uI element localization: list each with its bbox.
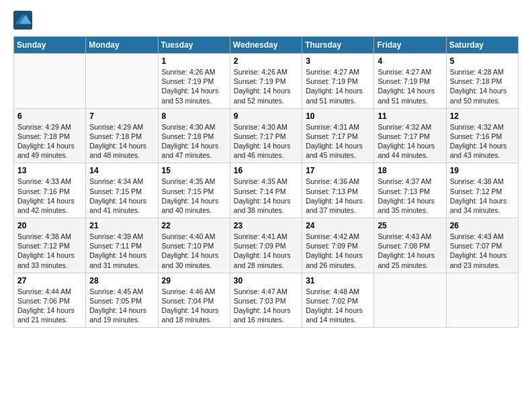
day-number: 24 [306,221,370,230]
day-info: Sunrise: 4:29 AMSunset: 7:18 PMDaylight:… [17,122,82,161]
day-number: 22 [162,221,226,230]
day-number: 20 [17,221,82,230]
day-number: 7 [89,111,154,121]
day-header-friday: Friday [374,37,446,54]
day-number: 2 [234,56,298,66]
calendar-cell: 27Sunrise: 4:44 AMSunset: 7:06 PMDayligh… [14,273,86,328]
day-number: 13 [17,166,82,175]
day-info: Sunrise: 4:38 AMSunset: 7:12 PMDaylight:… [17,232,82,270]
calendar-cell: 8Sunrise: 4:30 AMSunset: 7:18 PMDaylight… [158,108,230,163]
day-info: Sunrise: 4:39 AMSunset: 7:11 PMDaylight:… [89,232,154,270]
day-number: 3 [306,56,370,66]
day-info: Sunrise: 4:34 AMSunset: 7:15 PMDaylight:… [89,177,154,215]
day-number: 27 [17,276,82,285]
day-header-sunday: Sunday [14,37,86,54]
week-row-3: 13Sunrise: 4:33 AMSunset: 7:16 PMDayligh… [14,163,519,218]
day-number: 30 [234,276,298,285]
calendar-cell: 22Sunrise: 4:40 AMSunset: 7:10 PMDayligh… [158,218,230,273]
calendar-cell: 23Sunrise: 4:41 AMSunset: 7:09 PMDayligh… [230,218,302,273]
day-info: Sunrise: 4:35 AMSunset: 7:15 PMDaylight:… [162,177,226,215]
calendar-cell: 21Sunrise: 4:39 AMSunset: 7:11 PMDayligh… [86,218,158,273]
day-info: Sunrise: 4:43 AMSunset: 7:08 PMDaylight:… [378,232,442,270]
day-info: Sunrise: 4:35 AMSunset: 7:14 PMDaylight:… [234,177,298,215]
day-number: 18 [378,166,442,175]
logo [13,11,35,30]
day-info: Sunrise: 4:28 AMSunset: 7:18 PMDaylight:… [450,67,515,105]
day-info: Sunrise: 4:36 AMSunset: 7:13 PMDaylight:… [306,177,370,215]
calendar-cell: 30Sunrise: 4:47 AMSunset: 7:03 PMDayligh… [230,273,302,328]
calendar-cell: 1Sunrise: 4:26 AMSunset: 7:19 PMDaylight… [158,54,230,109]
day-number: 28 [89,276,154,285]
day-info: Sunrise: 4:42 AMSunset: 7:09 PMDaylight:… [306,232,370,270]
calendar-table: SundayMondayTuesdayWednesdayThursdayFrid… [13,36,519,328]
day-number: 15 [162,166,226,175]
day-header-wednesday: Wednesday [230,37,302,54]
day-number: 25 [378,221,442,230]
calendar-cell: 10Sunrise: 4:31 AMSunset: 7:17 PMDayligh… [302,108,374,163]
calendar-cell: 24Sunrise: 4:42 AMSunset: 7:09 PMDayligh… [302,218,374,273]
calendar-cell: 28Sunrise: 4:45 AMSunset: 7:05 PMDayligh… [86,273,158,328]
day-info: Sunrise: 4:30 AMSunset: 7:18 PMDaylight:… [162,122,226,161]
day-info: Sunrise: 4:48 AMSunset: 7:02 PMDaylight:… [306,287,370,325]
day-number: 5 [450,56,515,66]
day-info: Sunrise: 4:43 AMSunset: 7:07 PMDaylight:… [450,232,515,270]
calendar-cell: 20Sunrise: 4:38 AMSunset: 7:12 PMDayligh… [14,218,86,273]
day-number: 11 [378,111,442,121]
day-number: 31 [306,276,370,285]
day-number: 4 [378,56,442,66]
day-info: Sunrise: 4:38 AMSunset: 7:12 PMDaylight:… [450,177,515,215]
calendar-cell: 11Sunrise: 4:32 AMSunset: 7:17 PMDayligh… [374,108,446,163]
day-info: Sunrise: 4:41 AMSunset: 7:09 PMDaylight:… [234,232,298,270]
day-number: 8 [162,111,226,121]
calendar-container: SundayMondayTuesdayWednesdayThursdayFrid… [0,0,532,338]
day-info: Sunrise: 4:40 AMSunset: 7:10 PMDaylight:… [162,232,226,270]
calendar-cell: 26Sunrise: 4:43 AMSunset: 7:07 PMDayligh… [446,218,518,273]
day-info: Sunrise: 4:29 AMSunset: 7:18 PMDaylight:… [89,122,154,161]
day-info: Sunrise: 4:32 AMSunset: 7:17 PMDaylight:… [378,122,442,161]
calendar-cell [14,54,86,109]
day-number: 29 [162,276,226,285]
calendar-cell [446,273,518,328]
calendar-cell [86,54,158,109]
week-row-2: 6Sunrise: 4:29 AMSunset: 7:18 PMDaylight… [14,108,519,163]
calendar-cell: 31Sunrise: 4:48 AMSunset: 7:02 PMDayligh… [302,273,374,328]
calendar-cell: 19Sunrise: 4:38 AMSunset: 7:12 PMDayligh… [446,163,518,218]
calendar-cell: 5Sunrise: 4:28 AMSunset: 7:18 PMDaylight… [446,54,518,109]
day-info: Sunrise: 4:33 AMSunset: 7:16 PMDaylight:… [17,177,82,215]
calendar-cell: 16Sunrise: 4:35 AMSunset: 7:14 PMDayligh… [230,163,302,218]
calendar-cell: 15Sunrise: 4:35 AMSunset: 7:15 PMDayligh… [158,163,230,218]
day-info: Sunrise: 4:46 AMSunset: 7:04 PMDaylight:… [162,287,226,325]
day-info: Sunrise: 4:47 AMSunset: 7:03 PMDaylight:… [234,287,298,325]
calendar-cell: 12Sunrise: 4:32 AMSunset: 7:16 PMDayligh… [446,108,518,163]
day-number: 26 [450,221,515,230]
day-header-thursday: Thursday [302,37,374,54]
calendar-cell: 4Sunrise: 4:27 AMSunset: 7:19 PMDaylight… [374,54,446,109]
day-info: Sunrise: 4:27 AMSunset: 7:19 PMDaylight:… [306,67,370,105]
day-info: Sunrise: 4:32 AMSunset: 7:16 PMDaylight:… [450,122,515,161]
day-number: 1 [162,56,226,66]
calendar-cell: 3Sunrise: 4:27 AMSunset: 7:19 PMDaylight… [302,54,374,109]
day-number: 19 [450,166,515,175]
day-number: 12 [450,111,515,121]
calendar-cell: 25Sunrise: 4:43 AMSunset: 7:08 PMDayligh… [374,218,446,273]
calendar-cell: 18Sunrise: 4:37 AMSunset: 7:13 PMDayligh… [374,163,446,218]
day-info: Sunrise: 4:27 AMSunset: 7:19 PMDaylight:… [378,67,442,105]
day-number: 10 [306,111,370,121]
calendar-cell: 9Sunrise: 4:30 AMSunset: 7:17 PMDaylight… [230,108,302,163]
day-header-tuesday: Tuesday [158,37,230,54]
day-info: Sunrise: 4:37 AMSunset: 7:13 PMDaylight:… [378,177,442,215]
day-number: 6 [17,111,82,121]
header [13,11,519,30]
day-header-monday: Monday [86,37,158,54]
day-info: Sunrise: 4:26 AMSunset: 7:19 PMDaylight:… [234,67,298,105]
calendar-cell [374,273,446,328]
logo-icon [13,11,32,30]
day-number: 14 [89,166,154,175]
day-number: 23 [234,221,298,230]
calendar-cell: 6Sunrise: 4:29 AMSunset: 7:18 PMDaylight… [14,108,86,163]
day-number: 17 [306,166,370,175]
day-info: Sunrise: 4:30 AMSunset: 7:17 PMDaylight:… [234,122,298,161]
day-info: Sunrise: 4:31 AMSunset: 7:17 PMDaylight:… [306,122,370,161]
calendar-cell: 2Sunrise: 4:26 AMSunset: 7:19 PMDaylight… [230,54,302,109]
day-number: 9 [234,111,298,121]
